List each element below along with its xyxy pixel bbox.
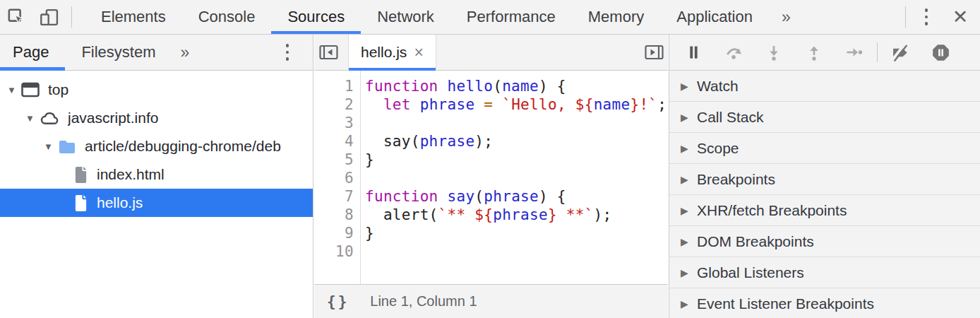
navigator-kebab-menu-icon[interactable] <box>273 35 301 69</box>
navigator-tabbar: Page Filesystem » <box>0 35 313 71</box>
tree-item-hello-js[interactable]: hello.js <box>0 189 313 217</box>
section-watch[interactable]: ▶ Watch <box>669 71 980 102</box>
cloud-icon <box>40 111 59 126</box>
step-button[interactable] <box>840 37 868 68</box>
section-scope[interactable]: ▶ Scope <box>669 133 980 164</box>
chevron-right-icon: ▶ <box>681 298 690 310</box>
file-icon <box>73 194 88 212</box>
chevron-down-icon: ▼ <box>25 113 40 124</box>
debugger-sidebar: ▶ Watch ▶ Call Stack ▶ Scope ▶ Breakpoin… <box>669 35 980 318</box>
code-content[interactable]: function hello(name) { let phrase = `Hel… <box>361 71 667 284</box>
section-breakpoints[interactable]: ▶ Breakpoints <box>669 164 980 195</box>
tab-memory[interactable]: Memory <box>572 0 660 34</box>
section-global-listeners[interactable]: ▶ Global Listeners <box>669 257 980 288</box>
pause-on-exceptions-button[interactable] <box>926 37 955 68</box>
more-panels-chevron-icon[interactable]: » <box>769 0 803 34</box>
kebab-menu-icon[interactable] <box>912 0 940 34</box>
file-tree: ▼ top ▼ javascript.info <box>0 71 313 217</box>
chevron-right-icon: ▶ <box>681 112 690 123</box>
step-over-button[interactable] <box>719 37 748 68</box>
tab-network[interactable]: Network <box>361 0 450 34</box>
tab-elements[interactable]: Elements <box>85 0 182 34</box>
cursor-position-label: Line 1, Column 1 <box>370 293 477 310</box>
tree-item-index-html[interactable]: index.html <box>0 160 313 189</box>
tab-application[interactable]: Application <box>660 0 769 34</box>
chevron-right-icon: ▶ <box>681 205 690 216</box>
code-editor-area[interactable]: 12345678910 function hello(name) { let p… <box>314 71 668 284</box>
debugger-sections: ▶ Watch ▶ Call Stack ▶ Scope ▶ Breakpoin… <box>669 71 980 318</box>
section-dom-breakpoints[interactable]: ▶ DOM Breakpoints <box>669 226 980 257</box>
pause-script-button[interactable] <box>679 37 707 68</box>
more-navigator-tabs-chevron-icon[interactable]: » <box>172 35 198 70</box>
pretty-print-icon[interactable]: {} <box>327 293 349 310</box>
tab-filesystem[interactable]: Filesystem <box>65 35 172 71</box>
editor-tab-hello-js[interactable]: hello.js × <box>348 35 436 71</box>
section-xhr-fetch-breakpoints[interactable]: ▶ XHR/fetch Breakpoints <box>669 195 980 226</box>
chevron-right-icon: ▶ <box>681 267 690 278</box>
chevron-down-icon: ▼ <box>7 85 21 95</box>
section-event-listener-breakpoints[interactable]: ▶ Event Listener Breakpoints <box>669 288 980 318</box>
toolbar-divider-right <box>905 6 906 28</box>
show-debugger-panel-icon[interactable] <box>640 35 668 70</box>
folder-icon <box>58 139 76 154</box>
chevron-right-icon: ▶ <box>681 81 690 92</box>
chevron-right-icon: ▶ <box>681 236 690 247</box>
step-out-button[interactable] <box>800 37 828 68</box>
close-devtools-icon[interactable]: ✕ <box>940 0 980 34</box>
debugger-toolbar <box>669 35 980 71</box>
tree-item-top[interactable]: ▼ top <box>0 76 313 104</box>
deactivate-breakpoints-button[interactable] <box>886 37 914 68</box>
devtools-window: Elements Console Sources Network Perform… <box>0 0 980 318</box>
line-number-gutter[interactable]: 12345678910 <box>314 71 361 284</box>
chevron-down-icon: ▼ <box>44 141 58 152</box>
section-call-stack[interactable]: ▶ Call Stack <box>669 102 980 133</box>
tab-performance[interactable]: Performance <box>450 0 572 34</box>
tab-sources[interactable]: Sources <box>271 0 361 34</box>
panel-tabs: Elements Console Sources Network Perform… <box>85 0 769 34</box>
device-toolbar-icon[interactable] <box>32 0 65 34</box>
debugger-toolbar-divider <box>877 42 878 62</box>
chevron-right-icon: ▶ <box>681 143 690 154</box>
devtools-main-toolbar: Elements Console Sources Network Perform… <box>0 0 980 35</box>
step-into-button[interactable] <box>760 37 788 68</box>
navigator-sidebar: Page Filesystem » ▼ top ▼ <box>0 35 313 318</box>
collapse-sidebar-icon[interactable] <box>314 35 342 70</box>
close-tab-icon[interactable]: × <box>414 45 423 61</box>
source-editor: hello.js × 12345678910 function hello(na… <box>314 35 668 318</box>
tab-console[interactable]: Console <box>182 0 272 34</box>
chevron-right-icon: ▶ <box>681 174 690 185</box>
editor-statusbar: {} Line 1, Column 1 <box>314 284 668 318</box>
tab-page[interactable]: Page <box>0 35 65 71</box>
tree-item-article-folder[interactable]: ▼ article/debugging-chrome/deb <box>0 132 313 160</box>
editor-tabbar: hello.js × <box>314 35 668 71</box>
frame-icon <box>21 82 40 98</box>
inspect-element-icon[interactable] <box>0 0 32 34</box>
editor-tab-label: hello.js <box>361 44 407 61</box>
file-icon <box>73 166 88 184</box>
tree-item-javascript-info[interactable]: ▼ javascript.info <box>0 104 313 132</box>
toolbar-divider <box>71 6 72 28</box>
